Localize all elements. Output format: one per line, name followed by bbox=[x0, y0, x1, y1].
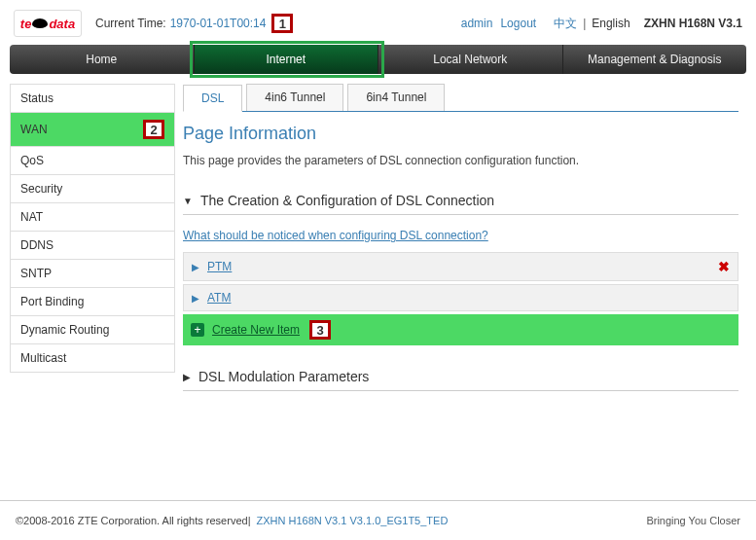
create-new-item-row[interactable]: + Create New Item 3 bbox=[183, 314, 738, 345]
sidebar-item-label: Dynamic Routing bbox=[20, 323, 109, 337]
logo-text-te: te bbox=[20, 17, 32, 31]
page-description: This page provides the parameters of DSL… bbox=[183, 154, 738, 167]
step-marker-1: 1 bbox=[271, 14, 293, 33]
caret-right-icon: ▶ bbox=[192, 293, 199, 304]
current-time-label: Current Time: bbox=[95, 17, 166, 30]
sidebar-item-label: NAT bbox=[20, 210, 43, 224]
sidebar-item-status[interactable]: Status bbox=[10, 84, 175, 113]
sidebar-item-label: Port Binding bbox=[20, 295, 84, 308]
caret-right-icon: ▶ bbox=[183, 372, 191, 382]
sidebar-item-label: Multicast bbox=[20, 351, 66, 365]
section-title: The Creation & Configuration of DSL Conn… bbox=[200, 193, 494, 208]
tab-bar: DSL 4in6 Tunnel 6in4 Tunnel bbox=[183, 84, 738, 112]
sidebar-item-label: DDNS bbox=[20, 238, 54, 252]
sidebar-item-sntp[interactable]: SNTP bbox=[10, 260, 175, 288]
nav-local-network[interactable]: Local Network bbox=[378, 45, 563, 74]
sidebar-item-ddns[interactable]: DDNS bbox=[10, 232, 175, 260]
section-dsl-connection[interactable]: ▼ The Creation & Configuration of DSL Co… bbox=[183, 187, 738, 215]
eye-icon bbox=[32, 18, 48, 28]
footer-slogan: Bringing You Closer bbox=[646, 515, 740, 526]
sidebar-item-label: WAN bbox=[20, 123, 48, 136]
connection-label[interactable]: PTM bbox=[207, 260, 232, 273]
brand-logo: te data bbox=[14, 10, 82, 37]
footer-firmware-link[interactable]: ZXHN H168N V3.1 V3.1.0_EG1T5_TED bbox=[256, 515, 448, 526]
sidebar-item-nat[interactable]: NAT bbox=[10, 203, 175, 232]
logo-text-data: data bbox=[49, 17, 75, 31]
lang-english-label: English bbox=[592, 17, 630, 30]
current-time-value: 1970-01-01T00:14 bbox=[170, 17, 267, 30]
content-area: DSL 4in6 Tunnel 6in4 Tunnel Page Informa… bbox=[175, 84, 746, 399]
sidebar-item-qos[interactable]: QoS bbox=[10, 147, 175, 175]
footer-copyright: ©2008-2016 ZTE Corporation. All rights r… bbox=[16, 515, 248, 526]
caret-right-icon: ▶ bbox=[192, 262, 199, 272]
logout-link[interactable]: Logout bbox=[500, 17, 536, 30]
tab-4in6[interactable]: 4in6 Tunnel bbox=[246, 84, 343, 111]
create-new-item-link[interactable]: Create New Item bbox=[212, 323, 300, 337]
step-marker-2: 2 bbox=[143, 120, 164, 139]
device-model: ZXHN H168N V3.1 bbox=[644, 17, 742, 30]
lang-chinese-link[interactable]: 中文 bbox=[554, 16, 577, 32]
plus-icon: + bbox=[191, 323, 204, 337]
sidebar-item-label: Security bbox=[20, 182, 62, 196]
sidebar-item-label: Status bbox=[20, 91, 54, 105]
sidebar-item-dynamic-routing[interactable]: Dynamic Routing bbox=[10, 316, 175, 344]
nav-internet[interactable]: Internet bbox=[195, 45, 379, 74]
connection-row-ptm[interactable]: ▶ PTM ✖ bbox=[183, 252, 738, 281]
sidebar-item-port-binding[interactable]: Port Binding bbox=[10, 288, 175, 316]
help-link-dsl[interactable]: What should be noticed when configuring … bbox=[183, 229, 488, 242]
connection-row-atm[interactable]: ▶ ATM bbox=[183, 284, 738, 311]
footer-separator: | bbox=[248, 515, 251, 526]
connection-label[interactable]: ATM bbox=[207, 291, 231, 305]
tab-6in4[interactable]: 6in4 Tunnel bbox=[347, 84, 445, 111]
nav-management[interactable]: Management & Diagnosis bbox=[563, 45, 747, 74]
footer: ©2008-2016 ZTE Corporation. All rights r… bbox=[0, 500, 756, 540]
sidebar-item-label: SNTP bbox=[20, 267, 52, 280]
page-title: Page Information bbox=[183, 124, 738, 144]
top-bar: te data Current Time: 1970-01-01T00:14 1… bbox=[0, 0, 756, 45]
sidebar-item-multicast[interactable]: Multicast bbox=[10, 344, 175, 373]
sidebar-item-security[interactable]: Security bbox=[10, 175, 175, 203]
sidebar: Status WAN 2 QoS Security NAT DDNS SNTP … bbox=[10, 84, 175, 399]
step-marker-3: 3 bbox=[309, 320, 331, 340]
section-title: DSL Modulation Parameters bbox=[198, 369, 369, 384]
sidebar-item-wan[interactable]: WAN 2 bbox=[10, 113, 175, 147]
section-dsl-modulation[interactable]: ▶ DSL Modulation Parameters bbox=[183, 363, 738, 391]
tab-dsl[interactable]: DSL bbox=[183, 85, 242, 112]
caret-down-icon: ▼ bbox=[183, 196, 193, 206]
main-nav: Home Internet Local Network Management &… bbox=[10, 45, 746, 74]
username-link[interactable]: admin bbox=[461, 17, 493, 30]
nav-home[interactable]: Home bbox=[10, 45, 195, 74]
sidebar-item-label: QoS bbox=[20, 154, 44, 167]
lang-separator: | bbox=[583, 17, 586, 30]
delete-icon[interactable]: ✖ bbox=[718, 259, 730, 274]
